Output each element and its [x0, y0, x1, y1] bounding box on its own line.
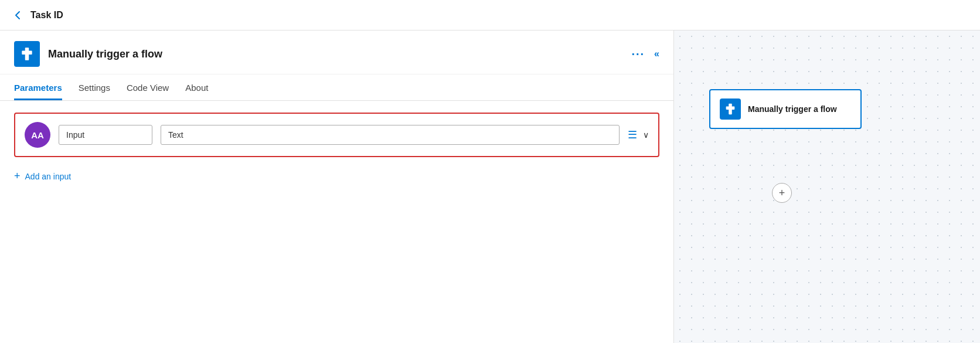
collapse-button[interactable]: «: [654, 49, 659, 59]
header: Task ID: [0, 0, 980, 30]
left-panel: Manually trigger a flow ··· « Parameters…: [0, 30, 674, 343]
flow-card-trigger-icon: [724, 103, 737, 116]
add-input-button[interactable]: + Add an input: [14, 168, 659, 185]
trigger-icon-box: [14, 41, 40, 67]
tab-parameters[interactable]: Parameters: [14, 74, 62, 100]
tabs: Parameters Settings Code View About: [0, 74, 673, 101]
menu-lines-icon[interactable]: ☰: [628, 128, 637, 141]
plus-icon: +: [14, 170, 21, 182]
more-options-button[interactable]: ···: [631, 47, 645, 61]
trigger-header: Manually trigger a flow ··· «: [0, 30, 673, 74]
tab-settings[interactable]: Settings: [79, 74, 110, 100]
canvas-panel: Manually trigger a flow +: [674, 30, 980, 343]
add-step-button[interactable]: +: [772, 183, 792, 203]
tab-about[interactable]: About: [185, 74, 208, 100]
trigger-icon: [19, 46, 35, 62]
row-actions: ☰ ∨: [628, 128, 649, 141]
trigger-title: Manually trigger a flow: [48, 48, 631, 60]
flow-card-title: Manually trigger a flow: [748, 104, 837, 114]
header-actions: ··· «: [631, 47, 659, 61]
input-avatar: AA: [25, 122, 50, 148]
chevron-down-icon[interactable]: ∨: [643, 130, 649, 140]
input-value-field[interactable]: [161, 125, 620, 145]
flow-card: Manually trigger a flow: [709, 89, 862, 129]
add-input-label: Add an input: [25, 172, 72, 181]
back-button[interactable]: [12, 9, 23, 21]
input-name-field[interactable]: [59, 125, 152, 145]
flow-card-icon-box: [720, 99, 741, 120]
tab-code-view[interactable]: Code View: [127, 74, 169, 100]
page-title: Task ID: [30, 10, 63, 21]
input-row: AA ☰ ∨: [14, 113, 659, 157]
main-layout: Manually trigger a flow ··· « Parameters…: [0, 30, 980, 343]
panel-content: AA ☰ ∨ + Add an input: [0, 101, 673, 343]
